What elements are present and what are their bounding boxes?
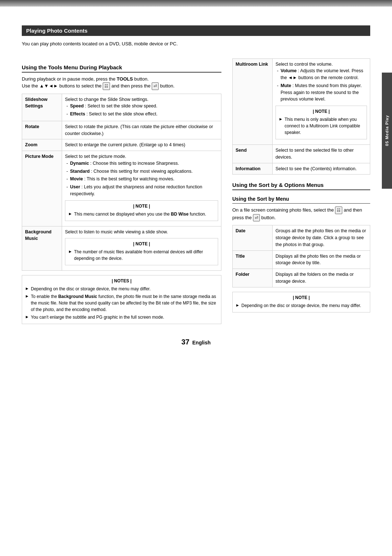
bg-music-note: | NOTE | The number of music files avail… bbox=[65, 238, 218, 265]
date-label: Date bbox=[233, 225, 273, 250]
picture-mode-label: Picture Mode bbox=[22, 151, 62, 226]
volume-item: Volume : Adjusts the volume level. Press… bbox=[275, 68, 367, 81]
table-row: Date Groups all the the photo files on t… bbox=[233, 225, 370, 250]
page-number: 37 bbox=[181, 338, 189, 346]
picture-mode-note: | NOTE | This menu cannot be displayed w… bbox=[65, 200, 218, 221]
sort-intro: On a file screen containing photo files,… bbox=[232, 207, 370, 221]
user-item: User : Lets you adjust the sharpness and… bbox=[65, 184, 218, 197]
dynamic-item: Dynamic : Choose this setting to increas… bbox=[65, 160, 218, 167]
speed-item: Speed : Select to set the slide show spe… bbox=[65, 103, 218, 110]
table-row: Title Displays all the photo files on th… bbox=[233, 250, 370, 269]
sort-options-heading: Using the Sort by & Options Menus bbox=[232, 182, 370, 190]
folder-label: Folder bbox=[233, 269, 273, 287]
send-content: Select to send the selected file to othe… bbox=[273, 145, 370, 163]
sort-intro3: button. bbox=[261, 215, 276, 220]
sort-table: Date Groups all the the photo files on t… bbox=[232, 225, 370, 287]
table-row: Information Select to see the (Contents)… bbox=[233, 163, 370, 175]
multiroom-label: Multiroom Link bbox=[233, 58, 273, 145]
information-content: Select to see the (Contents) information… bbox=[273, 163, 370, 175]
standard-item: Standard : Choose this setting for most … bbox=[65, 168, 218, 175]
enter-icon: ⏎ bbox=[152, 82, 159, 90]
zoom-content: Select to enlarge the current picture. (… bbox=[62, 139, 221, 151]
rotate-label: Rotate bbox=[22, 121, 62, 139]
table-row: BackgroundMusic Select to listen to musi… bbox=[22, 226, 221, 271]
tools-heading: Using the Tools Menu During Playback bbox=[22, 64, 221, 73]
footer-text: English bbox=[192, 340, 211, 346]
tools-intro: During playback or in pause mode, press … bbox=[22, 75, 221, 90]
side-tab-label: 05 Media Play bbox=[385, 115, 389, 146]
right-table: Multiroom Link Select to control the vol… bbox=[232, 58, 370, 175]
sort-note-title: | NOTE | bbox=[236, 294, 366, 301]
effects-item: Effects : Select to set the slide show e… bbox=[65, 111, 218, 118]
send-label: Send bbox=[233, 145, 273, 163]
date-content: Groups all the the photo files on the me… bbox=[273, 225, 370, 250]
sort-menu-icon: ☷ bbox=[335, 207, 342, 214]
note-3: You can't enlarge the subtitle and PG gr… bbox=[26, 314, 217, 320]
page: 05 Media Play Playing Photo Contents You… bbox=[0, 0, 392, 556]
multiroom-note: | NOTE | This menu is only available whe… bbox=[275, 106, 367, 139]
tools-intro-bold: TOOLS bbox=[117, 76, 133, 82]
sort-by-menu-heading: Using the Sort by Menu bbox=[232, 196, 370, 204]
intro-text: You can play photo contents located on a… bbox=[22, 40, 370, 48]
bg-music-content: Select to listen to music while viewing … bbox=[62, 226, 221, 271]
menu-icon: ☷ bbox=[103, 82, 110, 90]
table-row: Send Select to send the selected file to… bbox=[233, 145, 370, 163]
table-row: Picture Mode Select to set the picture m… bbox=[22, 151, 221, 226]
tools-table: SlideshowSettings Select to change the S… bbox=[22, 94, 221, 271]
sort-note-box: | NOTE | Depending on the disc or storag… bbox=[232, 292, 370, 312]
section-heading: Playing Photo Contents bbox=[22, 25, 370, 36]
sort-enter-icon: ⏎ bbox=[253, 214, 260, 222]
page-footer: 37 English bbox=[22, 338, 370, 346]
tools-intro5: button. bbox=[160, 83, 175, 89]
side-tab: 05 Media Play bbox=[382, 73, 392, 189]
left-column: Using the Tools Menu During Playback Dur… bbox=[22, 58, 221, 327]
folder-content: Displays all the folders on the media or… bbox=[273, 269, 370, 287]
right-column: Multiroom Link Select to control the vol… bbox=[232, 58, 370, 327]
notes-title: | NOTES | bbox=[26, 278, 217, 284]
information-label: Information bbox=[233, 163, 273, 175]
title-label: Title bbox=[233, 250, 273, 269]
multiroom-content: Select to control the volume. Volume : A… bbox=[273, 58, 370, 145]
bottom-notes: | NOTES | Depending on the disc or stora… bbox=[22, 275, 221, 324]
tools-intro3: Use the ▲▼◄► buttons to select the bbox=[22, 83, 102, 89]
table-row: Zoom Select to enlarge the current pictu… bbox=[22, 139, 221, 151]
sort-intro1: On a file screen containing photo files,… bbox=[232, 207, 334, 213]
top-bar bbox=[0, 0, 392, 7]
note-1: Depending on the disc or storage device,… bbox=[26, 286, 217, 292]
slideshow-label: SlideshowSettings bbox=[22, 94, 62, 121]
table-row: Rotate Select to rotate the picture. (Th… bbox=[22, 121, 221, 139]
slideshow-content: Select to change the Slide Show settings… bbox=[62, 94, 221, 121]
sort-note-item: Depending on the disc or storage device,… bbox=[236, 302, 366, 309]
tools-intro2: button. bbox=[134, 76, 149, 82]
title-content: Displays all the photo files on the medi… bbox=[273, 250, 370, 269]
note-2: To enable the Background Music function,… bbox=[26, 293, 217, 313]
table-row: Folder Displays all the folders on the m… bbox=[233, 269, 370, 287]
bg-music-label: BackgroundMusic bbox=[22, 226, 62, 271]
tools-intro4: and then press the bbox=[111, 83, 151, 89]
mute-item: Mute : Mutes the sound from this player.… bbox=[275, 82, 367, 103]
main-content: Using the Tools Menu During Playback Dur… bbox=[22, 58, 370, 327]
rotate-content: Select to rotate the picture. (This can … bbox=[62, 121, 221, 139]
tools-intro1: During playback or in pause mode, press … bbox=[22, 76, 115, 82]
zoom-label: Zoom bbox=[22, 139, 62, 151]
picture-mode-content: Select to set the picture mode. Dynamic … bbox=[62, 151, 221, 226]
table-row: SlideshowSettings Select to change the S… bbox=[22, 94, 221, 121]
table-row: Multiroom Link Select to control the vol… bbox=[233, 58, 370, 145]
movie-item: Movie : This is the best setting for wat… bbox=[65, 176, 218, 183]
